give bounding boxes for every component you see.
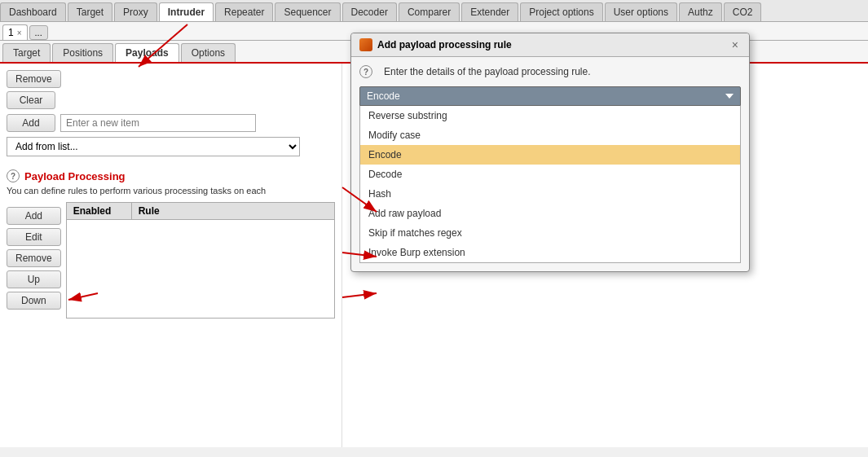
add-item-button[interactable]: Add [7,114,55,132]
payload-action-buttons: Add Edit Remove Up Down [7,207,61,310]
tab-intruder[interactable]: Intruder [159,2,214,21]
payload-remove-button[interactable]: Remove [7,249,61,267]
dropdown-header[interactable]: Encode [359,86,741,106]
tab-dashboard[interactable]: Dashboard [0,2,66,21]
dropdown-item-encode[interactable]: Encode [360,145,740,165]
burp-icon [359,38,372,51]
tab-extender[interactable]: Extender [461,2,518,21]
modal-title: Add payload processing rule [359,38,512,51]
modal-add-processing-rule: Add payload processing rule × ? Enter th… [350,33,750,272]
payload-add-button[interactable]: Add [7,207,61,225]
clear-button[interactable]: Clear [7,91,55,109]
dropdown-item-invoke-extension[interactable]: Invoke Burp extension [360,243,740,262]
instance-tab-close[interactable]: × [17,29,22,37]
dropdown-item-modify-case[interactable]: Modify case [360,125,740,145]
add-from-list-select[interactable]: Add from list... [7,137,300,156]
tab-target[interactable]: Target [68,2,112,21]
dropdown-arrow-icon [725,94,734,99]
tab-project-options[interactable]: Project options [520,2,602,21]
modal-desc-row: ? Enter the details of the payload proce… [359,65,741,78]
tab-sequencer[interactable]: Sequencer [275,2,340,21]
modal-title-bar: Add payload processing rule × [351,33,749,57]
tab-decoder[interactable]: Decoder [342,2,397,21]
section-header: ? Payload Processing [7,169,335,182]
dropdown-item-skip-regex[interactable]: Skip if matches regex [360,223,740,243]
col-rule: Rule [132,203,334,219]
rule-type-dropdown[interactable]: Encode Reverse substring Modify case Enc… [359,86,741,263]
modal-description: Enter the details of the payload process… [384,66,591,77]
modal-title-text: Add payload processing rule [377,39,512,51]
payload-processing-title: Payload Processing [24,170,126,182]
top-nav: Dashboard Target Proxy Intruder Repeater… [0,0,868,22]
tab-comparer[interactable]: Comparer [399,2,460,21]
payload-down-button[interactable]: Down [7,292,61,310]
dropdown-item-reverse-substring[interactable]: Reverse substring [360,106,740,125]
dropdown-list: Reverse substring Modify case Encode Dec… [359,106,741,263]
tab-co2[interactable]: CO2 [724,2,762,21]
left-panel: Remove Clear Add Add from list... ? Payl… [0,64,342,447]
payload-edit-button[interactable]: Edit [7,228,61,246]
col-enabled: Enabled [67,203,132,219]
dropdown-item-hash[interactable]: Hash [360,184,740,204]
modal-close-button[interactable]: × [729,38,741,51]
modal-help-icon: ? [359,65,372,78]
dropdown-selected-value: Encode [367,90,400,102]
dropdown-item-add-raw-payload[interactable]: Add raw payload [360,204,740,223]
instance-tab-1[interactable]: 1 × [2,24,28,40]
tab-proxy[interactable]: Proxy [114,2,157,21]
tab-user-options[interactable]: User options [605,2,677,21]
table-body [67,220,334,318]
tab-repeater[interactable]: Repeater [215,2,273,21]
payload-processing-section: ? Payload Processing You can define rule… [7,169,335,319]
add-item-input[interactable] [60,114,256,132]
sub-tab-target[interactable]: Target [2,43,51,62]
dropdown-item-decode[interactable]: Decode [360,165,740,184]
help-icon: ? [7,169,20,182]
tab-authz[interactable]: Authz [679,2,722,21]
sub-tab-payloads[interactable]: Payloads [115,43,179,62]
sub-tab-options[interactable]: Options [181,43,236,62]
instance-ellipsis[interactable]: ... [29,25,48,40]
sub-tab-positions[interactable]: Positions [52,43,113,62]
payload-rules-table: Enabled Rule [66,202,335,319]
payload-processing-desc: You can define rules to perform various … [7,186,335,196]
remove-top-button[interactable]: Remove [7,70,61,88]
instance-tab-label: 1 [8,27,14,38]
modal-body: ? Enter the details of the payload proce… [351,57,749,271]
payload-up-button[interactable]: Up [7,270,61,288]
table-header: Enabled Rule [67,203,334,220]
